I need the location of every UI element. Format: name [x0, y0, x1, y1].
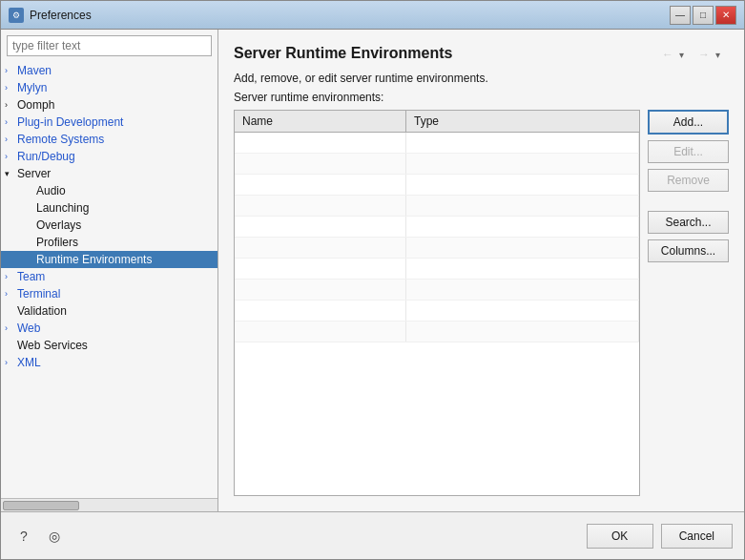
footer: ? ◎ OK Cancel	[1, 511, 744, 559]
column-header-name[interactable]: Name	[235, 111, 406, 132]
titlebar: ⚙ Preferences — □ ✕	[1, 1, 744, 30]
content-area: › Maven › Mylyn › Oomph › Plug-in Develo…	[1, 30, 744, 511]
cell-name	[235, 175, 406, 195]
cell-type	[406, 196, 639, 216]
arrow-icon: ›	[5, 135, 14, 144]
sidebar-item-label: Overlays	[36, 218, 81, 232]
environments-table: Name Type	[234, 110, 640, 496]
arrow-icon: ›	[5, 289, 14, 299]
preferences-window: ⚙ Preferences — □ ✕ › Maven › Mylyn	[0, 0, 745, 560]
cell-name	[235, 238, 406, 258]
sidebar-item-label: Remote Systems	[17, 133, 104, 146]
hscroll-track[interactable]	[1, 501, 217, 510]
table-row	[235, 321, 639, 342]
cell-name	[235, 133, 406, 153]
sidebar-item-mylyn[interactable]: › Mylyn	[1, 79, 217, 96]
table-row	[235, 301, 639, 321]
help-icon: ?	[20, 529, 28, 544]
sidebar-item-launching[interactable]: Launching	[1, 199, 217, 217]
sidebar-item-label: Run/Debug	[17, 150, 75, 163]
arrow-icon: ▾	[5, 169, 14, 178]
cell-name	[235, 217, 406, 237]
sidebar-item-web-services[interactable]: Web Services	[1, 337, 217, 354]
buttons-panel: Add... Edit... Remove Search... Columns.…	[648, 110, 729, 496]
table-header: Name Type	[235, 111, 639, 133]
close-button[interactable]: ✕	[715, 6, 736, 25]
search-button[interactable]: Search...	[648, 211, 729, 234]
back-button[interactable]: ←	[658, 45, 677, 64]
forward-button[interactable]: →	[694, 45, 714, 64]
sidebar-item-maven[interactable]: › Maven	[1, 62, 217, 79]
minimize-button[interactable]: —	[670, 6, 691, 25]
arrow-icon: ›	[5, 272, 14, 281]
sidebar-item-label: Team	[17, 270, 45, 283]
main-header: Server Runtime Environments ← ▾ → ▾	[234, 45, 729, 64]
cell-type	[406, 259, 639, 279]
titlebar-controls: — □ ✕	[670, 6, 736, 25]
cell-type	[406, 280, 639, 300]
cancel-button[interactable]: Cancel	[661, 524, 733, 549]
sidebar-item-xml[interactable]: › XML	[1, 354, 217, 371]
table-row	[235, 175, 639, 196]
tree-container: › Maven › Mylyn › Oomph › Plug-in Develo…	[1, 62, 217, 498]
page-title: Server Runtime Environments	[234, 45, 452, 62]
sidebar-item-validation[interactable]: Validation	[1, 302, 217, 320]
table-row	[235, 133, 639, 154]
main-panel: Server Runtime Environments ← ▾ → ▾ Add,…	[218, 30, 744, 511]
cell-name	[235, 280, 406, 300]
cell-name	[235, 196, 406, 216]
sidebar-item-plugin-dev[interactable]: › Plug-in Development	[1, 114, 217, 131]
cell-type	[406, 154, 639, 174]
sidebar-item-oomph[interactable]: › Oomph	[1, 96, 217, 114]
preferences-icon: ◎	[49, 529, 60, 544]
sidebar-item-label: Web Services	[17, 339, 88, 352]
maximize-button[interactable]: □	[693, 6, 714, 25]
help-button[interactable]: ?	[12, 525, 35, 548]
sidebar-item-run-debug[interactable]: › Run/Debug	[1, 148, 217, 165]
cell-type	[406, 321, 639, 342]
sidebar-item-server[interactable]: ▾ Server	[1, 165, 217, 182]
remove-button[interactable]: Remove	[648, 169, 729, 192]
cell-type	[406, 133, 639, 153]
sidebar-hscroll[interactable]	[1, 498, 217, 511]
cell-type	[406, 301, 639, 321]
sidebar-item-profilers[interactable]: Profilers	[1, 234, 217, 251]
sidebar-item-audio[interactable]: Audio	[1, 182, 217, 199]
sidebar-item-overlays[interactable]: Overlays	[1, 217, 217, 234]
table-and-buttons: Name Type	[234, 110, 729, 496]
cell-type	[406, 217, 639, 237]
preferences-icon-button[interactable]: ◎	[43, 525, 66, 548]
sidebar-item-web[interactable]: › Web	[1, 320, 217, 337]
table-row	[235, 217, 639, 238]
sidebar-item-runtime-env[interactable]: Runtime Environments	[1, 251, 217, 268]
arrow-icon: ›	[5, 152, 14, 161]
edit-button[interactable]: Edit...	[648, 140, 729, 163]
sidebar-item-remote-sys[interactable]: › Remote Systems	[1, 131, 217, 148]
arrow-icon: ›	[5, 323, 14, 333]
ok-button[interactable]: OK	[587, 524, 653, 549]
footer-right: OK Cancel	[587, 524, 733, 549]
sidebar-item-label: Oomph	[17, 98, 54, 112]
hscroll-thumb[interactable]	[3, 501, 79, 510]
columns-button[interactable]: Columns...	[648, 239, 729, 262]
cell-type	[406, 238, 639, 258]
filter-input[interactable]	[7, 35, 212, 56]
footer-left: ? ◎	[12, 525, 66, 548]
sidebar-item-label: Web	[17, 321, 40, 335]
arrow-icon: ›	[5, 358, 14, 367]
add-button[interactable]: Add...	[648, 110, 729, 135]
table-row	[235, 154, 639, 175]
window-title: Preferences	[30, 9, 670, 22]
forward-dropdown-button[interactable]: ▾	[715, 45, 729, 64]
back-dropdown-button[interactable]: ▾	[679, 45, 693, 64]
table-row	[235, 259, 639, 280]
environments-label: Server runtime environments:	[234, 91, 729, 104]
sidebar-item-label: Terminal	[17, 287, 60, 301]
sidebar-item-label: Profilers	[36, 236, 78, 249]
sidebar-item-terminal[interactable]: › Terminal	[1, 285, 217, 302]
cell-name	[235, 154, 406, 174]
column-header-type[interactable]: Type	[406, 111, 639, 132]
table-row	[235, 238, 639, 259]
sidebar-item-team[interactable]: › Team	[1, 268, 217, 285]
sidebar-item-label: Plug-in Development	[17, 115, 123, 129]
